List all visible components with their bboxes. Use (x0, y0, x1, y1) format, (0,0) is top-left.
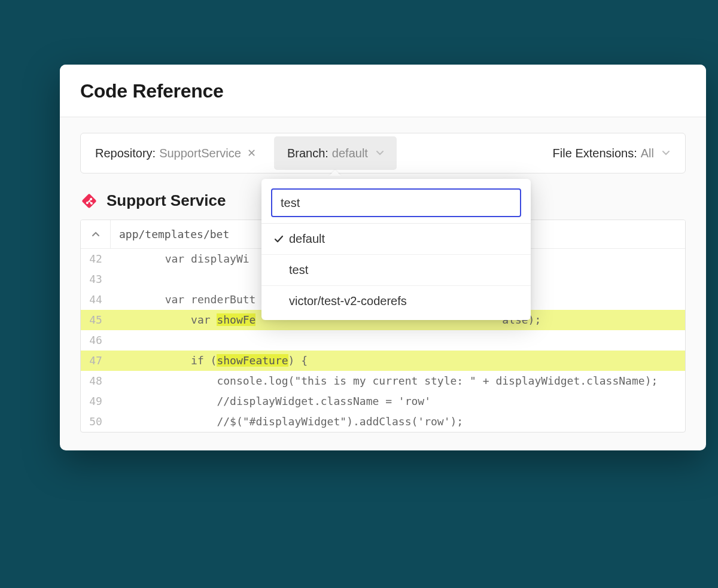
code-line: 48 console.log("this is my current style… (81, 371, 685, 391)
line-number: 43 (81, 269, 111, 290)
branch-filter-label: Branch: (287, 147, 328, 160)
line-text: if (showFeature) { (111, 351, 308, 371)
repository-filter[interactable]: Repository: SupportService ✕ (93, 147, 258, 160)
line-number: 45 (81, 310, 111, 330)
file-extensions-filter-value: All (641, 147, 654, 160)
highlighted-token: showFeature (217, 354, 288, 367)
line-number: 50 (81, 412, 111, 432)
line-text: //displayWidget.className = 'row' (111, 391, 431, 412)
line-text: var displayWi (111, 249, 250, 269)
line-number: 42 (81, 249, 111, 269)
branch-search-input[interactable] (271, 188, 521, 217)
code-line: 47 if (showFeature) { (81, 351, 685, 371)
branch-search-wrap (261, 179, 531, 223)
page-title: Code Reference (80, 80, 686, 102)
branch-filter[interactable]: Branch: default (274, 136, 397, 170)
branch-option-label: default (289, 232, 325, 246)
chevron-down-icon (662, 151, 670, 156)
file-extensions-filter[interactable]: File Extensions: All (553, 147, 673, 160)
chevron-down-icon (376, 151, 384, 156)
code-line: 49 //displayWidget.className = 'row' (81, 391, 685, 412)
dropdown-notch (329, 170, 341, 176)
close-icon[interactable]: ✕ (247, 148, 256, 159)
line-number: 47 (81, 351, 111, 371)
file-extensions-filter-label: File Extensions: (553, 147, 637, 160)
repository-filter-value: SupportService (159, 147, 241, 160)
line-text (111, 330, 113, 351)
branch-option-default[interactable]: default (261, 223, 531, 254)
line-text: //$("#displayWidget").addClass('row'); (111, 412, 463, 432)
code-line: 46 (81, 330, 685, 351)
git-icon (80, 192, 98, 210)
line-text: var renderButt (111, 290, 255, 310)
branch-option-test[interactable]: test (261, 254, 531, 285)
line-text: console.log("this is my current style: "… (111, 371, 658, 391)
card-header: Code Reference (60, 65, 706, 117)
branch-option-victor[interactable]: victor/test-v2-coderefs (261, 285, 531, 316)
collapse-toggle[interactable] (81, 220, 111, 248)
line-number: 46 (81, 330, 111, 351)
code-line: 50 //$("#displayWidget").addClass('row')… (81, 412, 685, 432)
filters-bar: Repository: SupportService ✕ Branch: def… (80, 133, 686, 173)
line-number: 48 (81, 371, 111, 391)
file-path: app/templates/bet (111, 228, 229, 240)
check-icon (271, 235, 287, 243)
line-number: 44 (81, 290, 111, 310)
repository-filter-label: Repository: (95, 147, 156, 160)
line-number: 49 (81, 391, 111, 412)
branch-filter-value: default (332, 147, 368, 160)
code-reference-card: Code Reference Repository: SupportServic… (60, 65, 706, 450)
section-title: Support Service (107, 191, 226, 210)
branch-option-label: test (289, 263, 308, 277)
highlighted-token: showFe (217, 313, 255, 326)
line-text (111, 269, 113, 290)
branch-option-list: default test victor/test-v2-coderefs (261, 223, 531, 316)
branch-dropdown: default test victor/test-v2-coderefs (261, 179, 531, 320)
branch-option-label: victor/test-v2-coderefs (289, 294, 407, 308)
